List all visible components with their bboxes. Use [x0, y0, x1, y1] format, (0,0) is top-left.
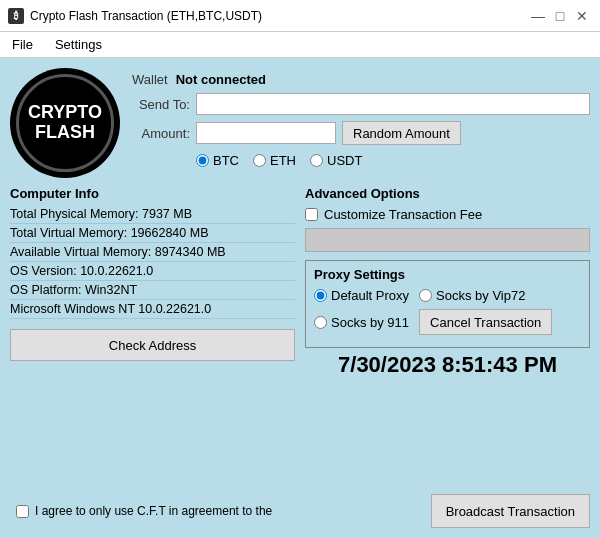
radio-usdt[interactable]: USDT: [310, 153, 362, 168]
info-row-5: Microsoft Windows NT 10.0.22621.0: [10, 300, 295, 319]
info-row-2: Available Virtual Memory: 8974340 MB: [10, 243, 295, 262]
proxy-911[interactable]: Socks by 911: [314, 315, 409, 330]
proxy-vip72[interactable]: Socks by Vip72: [419, 288, 525, 303]
radio-eth-label: ETH: [270, 153, 296, 168]
currency-radio-row: BTC ETH USDT: [132, 153, 590, 168]
wallet-label: Wallet: [132, 72, 168, 87]
advanced-options-panel: Advanced Options Customize Transaction F…: [305, 186, 590, 486]
close-button[interactable]: ✕: [572, 6, 592, 26]
proxy-title: Proxy Settings: [314, 267, 581, 282]
radio-eth[interactable]: ETH: [253, 153, 296, 168]
info-row-0: Total Physical Memory: 7937 MB: [10, 205, 295, 224]
footer-row: I agree to only use C.F.T in agreement t…: [10, 494, 590, 528]
amount-row: Amount: Random Amount: [132, 121, 590, 145]
computer-info-title: Computer Info: [10, 186, 295, 201]
send-to-label: Send To:: [132, 97, 190, 112]
agree-checkbox[interactable]: [16, 505, 29, 518]
broadcast-transaction-button[interactable]: Broadcast Transaction: [431, 494, 590, 528]
maximize-button[interactable]: □: [550, 6, 570, 26]
menu-file[interactable]: File: [6, 35, 39, 54]
proxy-settings-box: Proxy Settings Default Proxy Socks by Vi…: [305, 260, 590, 348]
proxy-default[interactable]: Default Proxy: [314, 288, 409, 303]
amount-label: Amount:: [132, 126, 190, 141]
logo-text: CRYPTOFLASH: [28, 103, 102, 143]
datetime-display: 7/30/2023 8:51:43 PM: [305, 348, 590, 382]
window-controls: — □ ✕: [528, 6, 592, 26]
menu-settings[interactable]: Settings: [49, 35, 108, 54]
send-to-input[interactable]: [196, 93, 590, 115]
menu-bar: File Settings: [0, 32, 600, 58]
top-section: CRYPTOFLASH Wallet Not connected Send To…: [10, 68, 590, 178]
check-address-button[interactable]: Check Address: [10, 329, 295, 361]
radio-btc[interactable]: BTC: [196, 153, 239, 168]
proxy-vip72-label: Socks by Vip72: [436, 288, 525, 303]
agree-text: I agree to only use C.F.T in agreement t…: [35, 504, 272, 518]
main-content: CRYPTOFLASH Wallet Not connected Send To…: [0, 58, 600, 538]
minimize-button[interactable]: —: [528, 6, 548, 26]
check-addr-container: Check Address: [10, 329, 295, 361]
customize-fee-row: Customize Transaction Fee: [305, 207, 590, 222]
info-row-1: Total Virtual Memory: 19662840 MB: [10, 224, 295, 243]
proxy-default-label: Default Proxy: [331, 288, 409, 303]
customize-fee-label: Customize Transaction Fee: [324, 207, 482, 222]
proxy-911-label: Socks by 911: [331, 315, 409, 330]
wallet-row: Wallet Not connected: [132, 72, 590, 87]
random-amount-button[interactable]: Random Amount: [342, 121, 461, 145]
wallet-status: Not connected: [176, 72, 266, 87]
agree-section: I agree to only use C.F.T in agreement t…: [10, 500, 431, 522]
radio-btc-label: BTC: [213, 153, 239, 168]
proxy-row-1: Default Proxy Socks by Vip72: [314, 288, 581, 303]
app-logo: CRYPTOFLASH: [10, 68, 120, 178]
send-to-row: Send To:: [132, 93, 590, 115]
title-bar: ₿ Crypto Flash Transaction (ETH,BTC,USDT…: [0, 0, 600, 32]
radio-usdt-label: USDT: [327, 153, 362, 168]
title-bar-left: ₿ Crypto Flash Transaction (ETH,BTC,USDT…: [8, 8, 262, 24]
app-icon: ₿: [8, 8, 24, 24]
window-title: Crypto Flash Transaction (ETH,BTC,USDT): [30, 9, 262, 23]
advanced-options-title: Advanced Options: [305, 186, 590, 201]
cancel-transaction-button[interactable]: Cancel Transaction: [419, 309, 552, 335]
amount-input[interactable]: [196, 122, 336, 144]
fee-input: 266 sat/byte: [305, 228, 590, 252]
bottom-section: Computer Info Total Physical Memory: 793…: [10, 186, 590, 486]
proxy-row-2: Socks by 911 Cancel Transaction: [314, 309, 581, 335]
info-row-3: OS Version: 10.0.22621.0: [10, 262, 295, 281]
customize-fee-checkbox[interactable]: [305, 208, 318, 221]
computer-info-panel: Computer Info Total Physical Memory: 793…: [10, 186, 295, 486]
info-row-4: OS Platform: Win32NT: [10, 281, 295, 300]
form-area: Wallet Not connected Send To: Amount: Ra…: [132, 68, 590, 168]
